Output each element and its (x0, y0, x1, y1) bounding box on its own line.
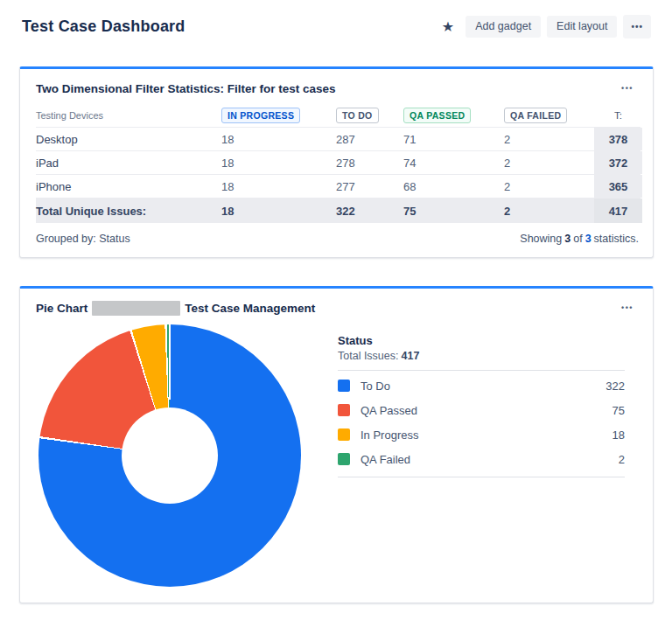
legend-label: QA Passed (360, 404, 417, 417)
cell-value[interactable]: 18 (221, 157, 336, 170)
add-gadget-button[interactable]: Add gadget (466, 16, 541, 38)
gadget-more-icon[interactable]: ••• (616, 80, 639, 96)
filter-statistics-gadget: Two Dimensional Filter Statistics: Filte… (19, 66, 654, 258)
cell-value[interactable]: 2 (504, 180, 594, 193)
page-header: Test Case Dashboard ★ Add gadget Edit la… (0, 0, 672, 40)
pie-legend: Status Total Issues:417 To Do 322 QA Pas… (338, 334, 625, 587)
total-column-header: T: (594, 110, 642, 121)
star-icon[interactable]: ★ (437, 17, 459, 38)
of-word: of (573, 233, 582, 245)
cell-value[interactable]: 74 (403, 157, 504, 170)
row-total: 365 (594, 175, 642, 198)
table-header-row: Testing Devices IN PROGRESS TO DO QA PAS… (36, 104, 640, 128)
status-badge-qa-passed[interactable]: QA PASSED (403, 108, 471, 123)
header-actions: ★ Add gadget Edit layout ••• (437, 15, 651, 38)
total-row-label: Total Unique Issues: (36, 205, 221, 218)
legend-label: QA Failed (360, 453, 410, 466)
cell-value[interactable]: 18 (221, 133, 336, 146)
donut-chart[interactable] (38, 324, 301, 587)
dashboard-more-icon[interactable]: ••• (623, 15, 651, 38)
cell-value[interactable]: 2 (504, 157, 594, 170)
legend-value: 2 (619, 453, 625, 466)
pie-title-prefix: Pie Chart (36, 302, 88, 315)
row-total: 378 (594, 128, 642, 150)
pie-chart-header: Pie Chart Test Case Management ••• (20, 289, 653, 324)
table-total-row: Total Unique Issues: 18 322 75 2 417 (36, 199, 640, 223)
device-label: iPhone (36, 180, 221, 193)
filter-statistics-header: Two Dimensional Filter Statistics: Filte… (20, 69, 653, 104)
legend-label: To Do (360, 380, 390, 393)
row-axis-label: Testing Devices (36, 110, 221, 121)
qa-passed-swatch-icon (338, 404, 350, 416)
total-cell-value: 18 (221, 205, 336, 218)
cell-value[interactable]: 287 (336, 133, 403, 146)
total-cell-value: 322 (336, 205, 403, 218)
total-count-link[interactable]: 3 (585, 233, 592, 245)
cell-value[interactable]: 71 (403, 133, 504, 146)
cell-value[interactable]: 68 (403, 180, 504, 193)
in-progress-swatch-icon (338, 428, 350, 441)
page-title: Test Case Dashboard (22, 17, 186, 36)
legend-total: Total Issues:417 (338, 350, 625, 371)
qa-failed-swatch-icon (338, 453, 350, 465)
showing-prefix: Showing (520, 233, 562, 245)
total-issues-label: Total Issues: (338, 350, 398, 362)
status-badge-in-progress[interactable]: IN PROGRESS (221, 108, 300, 123)
showing-statistics: Showing3of3statistics. (517, 233, 639, 245)
pie-chart-body: Status Total Issues:417 To Do 322 QA Pas… (20, 324, 653, 603)
pie-chart-title: Pie Chart Test Case Management (36, 301, 315, 316)
legend-rows: To Do 322 QA Passed 75 In Progress 18 QA… (338, 371, 625, 477)
statistics-table: Testing Devices IN PROGRESS TO DO QA PAS… (20, 104, 653, 223)
legend-value: 18 (612, 428, 625, 442)
legend-value: 322 (606, 380, 625, 393)
pie-chart-gadget: Pie Chart Test Case Management ••• Statu… (19, 286, 654, 603)
total-cell-value: 75 (403, 205, 504, 218)
pie-title-suffix: Test Case Management (185, 302, 315, 315)
status-badge-to-do[interactable]: TO DO (336, 108, 379, 123)
legend-heading: Status (338, 334, 625, 347)
legend-label: In Progress (360, 428, 418, 442)
cell-value[interactable]: 2 (504, 133, 594, 146)
table-row: Desktop 18 287 71 2 378 (36, 128, 640, 151)
cell-value[interactable]: 277 (336, 180, 403, 193)
legend-value: 75 (612, 404, 625, 417)
to-do-swatch-icon (338, 380, 350, 392)
table-row: iPhone 18 277 68 2 365 (36, 175, 640, 199)
filter-statistics-title: Two Dimensional Filter Statistics: Filte… (36, 82, 336, 95)
legend-item[interactable]: To Do 322 (338, 373, 625, 398)
total-issues-value: 417 (401, 350, 419, 362)
gadget-footer: Grouped by: Status Showing3of3statistics… (20, 223, 653, 257)
legend-item[interactable]: QA Passed 75 (338, 398, 625, 422)
edit-layout-button[interactable]: Edit layout (547, 16, 617, 38)
cell-value[interactable]: 18 (221, 180, 336, 193)
shown-count: 3 (564, 233, 570, 245)
gadget-more-icon[interactable]: ••• (616, 300, 639, 316)
legend-item[interactable]: QA Failed 2 (338, 447, 625, 471)
total-cell-value: 2 (504, 205, 594, 218)
device-label: Desktop (36, 133, 221, 146)
redacted-text-block (92, 301, 180, 316)
statistics-suffix: statistics. (594, 233, 639, 245)
cell-value[interactable]: 278 (336, 157, 403, 170)
row-total: 372 (594, 151, 642, 174)
device-label: iPad (36, 157, 221, 170)
legend-item[interactable]: In Progress 18 (338, 422, 625, 447)
status-badge-qa-failed[interactable]: QA FAILED (504, 108, 567, 123)
table-row: iPad 18 278 74 2 372 (36, 151, 640, 175)
grand-total: 417 (594, 199, 642, 223)
grouped-by-label: Grouped by: Status (36, 233, 130, 245)
